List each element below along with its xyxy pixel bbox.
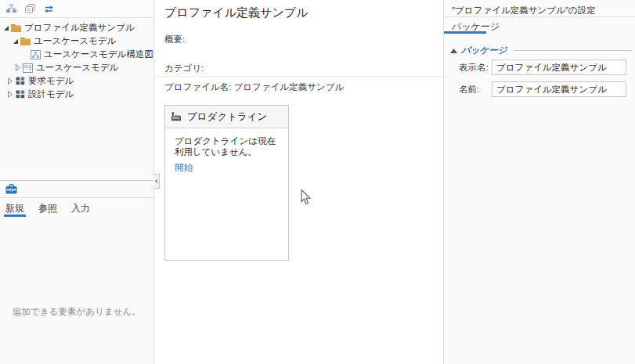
expander-icon[interactable] <box>2 24 10 32</box>
folder-icon <box>10 23 22 33</box>
start-link[interactable]: 開始 <box>175 162 193 174</box>
expander-spacer <box>21 51 30 59</box>
overview-label: 概要: <box>164 34 185 45</box>
usecase-icon <box>22 63 34 73</box>
tree-item[interactable]: プロファイル定義サンプル <box>0 21 153 34</box>
toolbox-icon-row <box>0 181 153 198</box>
toolbox-tab-新規[interactable]: 新規 <box>4 202 26 217</box>
tree-item[interactable]: ユースケースモデル <box>0 34 153 48</box>
tab-package-underline <box>444 31 486 34</box>
field-input[interactable] <box>492 59 626 75</box>
settings-fields: 表示名:名前: <box>444 59 635 103</box>
model-tree: プロファイル定義サンプルユースケースモデルユースケースモデル構造図ユースケースモ… <box>0 18 153 101</box>
mouse-cursor <box>301 189 311 205</box>
toolbox-empty-message: 追加できる要素がありません。 <box>0 306 153 318</box>
profile-name-line: プロファイル名: プロファイル定義サンプル <box>164 81 344 93</box>
product-line-card-header: プロダクトライン <box>165 106 288 128</box>
folder-icon <box>20 36 31 46</box>
tree-item-label: 要求モデル <box>28 75 74 87</box>
copy-icon[interactable] <box>24 3 36 15</box>
toolbox-icon <box>5 183 17 195</box>
tree-item[interactable]: ユースケースモデル <box>0 61 153 74</box>
model-icon <box>14 89 26 99</box>
settings-panel: "プロファイル定義サンプル"の設定 パッケージ パッケージ 表示名:名前: <box>443 0 635 364</box>
model-navigator-panel: プロファイル定義サンプルユースケースモデルユースケースモデル構造図ユースケースモ… <box>0 0 154 364</box>
collapse-up-icon <box>450 49 457 53</box>
expander-icon[interactable] <box>5 77 14 85</box>
section-rule <box>514 50 632 51</box>
factory-icon <box>171 111 182 123</box>
toolbox-tab-参照[interactable]: 参照 <box>37 202 59 217</box>
toolbox-tabs: 新規参照入力 <box>0 198 153 217</box>
field-label: 名前: <box>459 84 492 96</box>
category-label: カテゴリ: <box>164 63 204 74</box>
sync-icon[interactable] <box>43 3 55 15</box>
navigator-toolbar <box>0 0 153 18</box>
editor-panel: プロファイル定義サンプル 概要: カテゴリ: プロファイル名: プロファイル定義… <box>154 0 443 364</box>
settings-title: "プロファイル定義サンプル"の設定 <box>452 5 596 16</box>
diagram-icon <box>30 49 41 59</box>
panel-splitter-handle[interactable] <box>153 174 160 189</box>
app-window: プロファイル定義サンプルユースケースモデルユースケースモデル構造図ユースケースモ… <box>0 0 635 364</box>
add-diagram-icon[interactable] <box>5 3 17 15</box>
collapse-left-icon <box>154 178 158 184</box>
expander-icon[interactable] <box>11 38 20 45</box>
profile-name-value: プロファイル定義サンプル <box>234 82 345 92</box>
expander-icon[interactable] <box>5 91 14 99</box>
model-icon <box>14 76 26 86</box>
product-line-message: プロダクトラインは現在利用していません。 <box>175 135 280 157</box>
product-line-card-body: プロダクトラインは現在利用していません。 開始 <box>165 128 288 174</box>
page-title: プロファイル定義サンプル <box>164 5 308 20</box>
settings-field-row: 名前: <box>444 81 635 97</box>
tree-item[interactable]: 要求モデル <box>0 74 153 88</box>
product-line-card-title: プロダクトライン <box>187 110 267 124</box>
tree-item-label: プロファイル定義サンプル <box>24 22 135 34</box>
product-line-card: プロダクトライン プロダクトラインは現在利用していません。 開始 <box>164 105 289 261</box>
tree-item-label: 設計モデル <box>28 88 74 100</box>
package-section-header[interactable]: パッケージ <box>450 45 632 56</box>
tree-item[interactable]: ユースケースモデル構造図 <box>0 48 153 61</box>
settings-field-row: 表示名: <box>444 59 635 75</box>
tree-item[interactable]: 設計モデル <box>0 88 153 101</box>
editor-divider <box>154 76 443 77</box>
toolbox-tab-入力[interactable]: 入力 <box>70 202 92 217</box>
field-input[interactable] <box>492 81 626 97</box>
package-section-label: パッケージ <box>461 45 507 56</box>
field-label: 表示名: <box>459 62 492 74</box>
tree-item-label: ユースケースモデル <box>34 35 116 47</box>
toolbox-panel: 新規参照入力 追加できる要素がありません。 <box>0 180 153 364</box>
expander-icon[interactable] <box>13 64 22 72</box>
profile-name-label: プロファイル名: <box>164 82 231 92</box>
tree-item-label: ユースケースモデル <box>36 62 118 74</box>
tree-item-label: ユースケースモデル構造図 <box>44 49 153 60</box>
settings-divider <box>444 16 635 17</box>
